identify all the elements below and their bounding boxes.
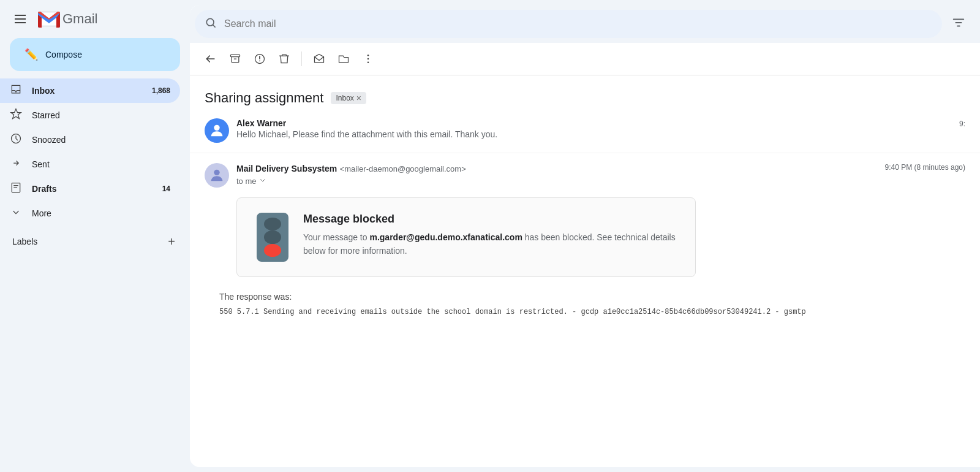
email-toolbar xyxy=(190,43,980,75)
inbox-label: Inbox xyxy=(32,86,142,96)
drafts-label: Drafts xyxy=(32,184,153,194)
starred-label: Starred xyxy=(32,110,170,120)
avatar-2 xyxy=(205,163,229,188)
email-meta-1: Alex Warner Hello Michael, Please find t… xyxy=(236,118,952,139)
snoozed-label: Snoozed xyxy=(32,135,170,145)
main-content: Sharing assignment Inbox × Alex Warner H… xyxy=(190,5,980,467)
compose-label: Compose xyxy=(45,50,82,59)
email-header-2: Mail Delivery Subsystem <mailer-daemon@g… xyxy=(205,163,965,188)
avatar-1 xyxy=(205,118,229,143)
sender-email-2: <mailer-daemon@googlemail.com> xyxy=(340,164,466,173)
svg-point-9 xyxy=(368,62,369,64)
blocked-text: Message blocked Your message to m.garder… xyxy=(303,213,676,258)
back-button[interactable] xyxy=(200,48,222,70)
sender-name-2: Mail Delivery Subsystem xyxy=(236,164,337,173)
toolbar-divider xyxy=(301,51,302,66)
sidebar-item-starred[interactable]: Starred xyxy=(0,103,180,128)
sent-label: Sent xyxy=(32,159,170,169)
inbox-badge-close[interactable]: × xyxy=(356,93,361,103)
to-me-chevron[interactable] xyxy=(258,175,268,187)
tl-circle-top xyxy=(264,218,281,230)
to-me-label: to me xyxy=(236,175,878,187)
labels-title: Labels xyxy=(12,237,37,246)
email-meta-2: Mail Delivery Subsystem <mailer-daemon@g… xyxy=(236,163,878,187)
sidebar-item-sent[interactable]: Sent xyxy=(0,152,180,177)
sidebar-item-more[interactable]: More xyxy=(0,201,180,226)
gmail-logo-svg xyxy=(38,10,60,28)
blocked-title: Message blocked xyxy=(303,213,676,226)
svg-rect-4 xyxy=(231,55,240,56)
email-time-1: 9: xyxy=(959,118,965,128)
svg-point-6 xyxy=(259,61,260,62)
search-filter-button[interactable] xyxy=(947,11,970,37)
svg-point-11 xyxy=(214,170,219,175)
sidebar: Gmail ✏️ Compose Inbox 1,868 Starred Sno… xyxy=(0,0,190,472)
drafts-icon xyxy=(10,181,22,197)
snoozed-icon xyxy=(10,132,22,148)
more-label: More xyxy=(32,208,170,218)
sent-icon xyxy=(10,157,22,172)
search-bar-inner xyxy=(195,10,942,38)
pencil-icon: ✏️ xyxy=(24,48,38,61)
sidebar-top: Gmail xyxy=(0,5,190,36)
drafts-count: 14 xyxy=(162,185,170,193)
response-area: The response was: 550 5.7.1 Sending and … xyxy=(219,292,951,318)
email-subject-area: Sharing assignment Inbox × xyxy=(190,75,980,113)
response-label: The response was: xyxy=(219,292,951,302)
email-message-2: Mail Delivery Subsystem <mailer-daemon@g… xyxy=(190,153,980,328)
inbox-badge[interactable]: Inbox × xyxy=(331,92,366,104)
email-preview-1: Hello Michael, Please find the attachmen… xyxy=(236,129,952,139)
mark-read-button[interactable] xyxy=(308,48,330,70)
traffic-light-icon xyxy=(257,213,288,262)
search-bar xyxy=(190,5,980,43)
email-time-2: 9:40 PM (8 minutes ago) xyxy=(885,163,965,172)
sender-row-2: Mail Delivery Subsystem <mailer-daemon@g… xyxy=(236,163,878,174)
inbox-icon xyxy=(10,83,22,99)
search-icon xyxy=(205,17,217,32)
star-icon xyxy=(10,108,22,123)
report-spam-button[interactable] xyxy=(249,48,271,70)
svg-point-8 xyxy=(368,58,369,60)
more-chevron-icon xyxy=(10,206,22,221)
sidebar-item-inbox[interactable]: Inbox 1,868 xyxy=(0,78,180,103)
hamburger-icon[interactable] xyxy=(10,10,31,28)
blocked-desc-pre: Your message to xyxy=(303,232,369,242)
sidebar-item-snoozed[interactable]: Snoozed xyxy=(0,128,180,152)
search-input[interactable] xyxy=(224,18,932,29)
delete-button[interactable] xyxy=(273,48,295,70)
email-message-1: Alex Warner Hello Michael, Please find t… xyxy=(190,113,980,153)
email-area: Sharing assignment Inbox × Alex Warner H… xyxy=(190,43,980,467)
svg-point-10 xyxy=(214,125,219,131)
labels-add-button[interactable]: + xyxy=(163,233,180,250)
blocked-desc: Your message to m.garder@gedu.demo.xfana… xyxy=(303,230,676,258)
email-header-1: Alex Warner Hello Michael, Please find t… xyxy=(205,118,965,143)
more-options-button[interactable] xyxy=(357,48,379,70)
tl-circle-bottom xyxy=(264,244,281,257)
gmail-logo: Gmail xyxy=(38,10,97,28)
compose-button[interactable]: ✏️ Compose xyxy=(10,38,180,71)
sender-name-1: Alex Warner xyxy=(236,118,952,128)
response-code: 550 5.7.1 Sending and receiving emails o… xyxy=(219,306,951,318)
blocked-email: m.garder@gedu.demo.xfanatical.com xyxy=(369,232,522,242)
labels-section: Labels + xyxy=(0,226,190,253)
move-to-button[interactable] xyxy=(333,48,355,70)
archive-button[interactable] xyxy=(224,48,246,70)
inbox-count: 1,868 xyxy=(152,86,170,95)
gmail-text: Gmail xyxy=(62,11,97,27)
sidebar-item-drafts[interactable]: Drafts 14 xyxy=(0,177,180,201)
svg-point-7 xyxy=(368,55,369,56)
blocked-message-box: Message blocked Your message to m.garder… xyxy=(236,197,696,277)
inbox-badge-label: Inbox xyxy=(336,94,353,102)
email-subject: Sharing assignment xyxy=(205,90,323,106)
tl-circle-mid xyxy=(264,230,281,243)
